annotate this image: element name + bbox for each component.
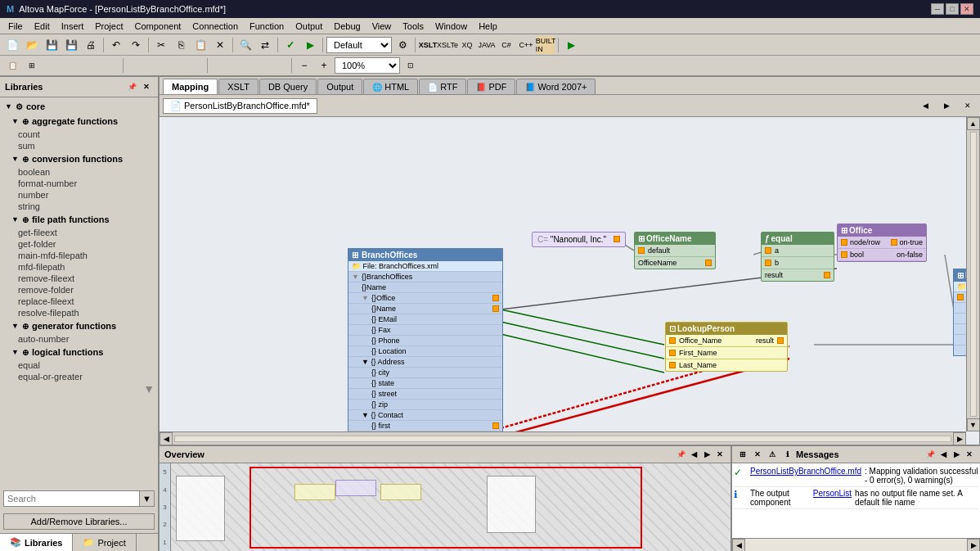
msg-next[interactable]: ▶ xyxy=(951,449,962,460)
expand-core[interactable]: ▼ xyxy=(5,102,12,111)
overview-next[interactable]: ▶ xyxy=(701,449,713,460)
save-all-button[interactable]: 💾 xyxy=(62,36,80,54)
menu-insert[interactable]: Insert xyxy=(56,20,89,33)
bo-row-email[interactable]: {} EMail xyxy=(348,314,502,325)
officename-out-connector[interactable] xyxy=(705,260,712,266)
expand-logical[interactable]: ▼ xyxy=(11,348,19,356)
menu-function[interactable]: Function xyxy=(245,20,289,33)
window-controls[interactable]: ─ □ ✕ xyxy=(931,3,973,15)
search-dropdown-button[interactable]: ▼ xyxy=(140,490,155,507)
msg-filter-err[interactable]: ✕ xyxy=(752,449,763,460)
tree-group-aggregate[interactable]: ▼ ⊕ aggregate functions xyxy=(2,114,156,129)
bo-row-phone[interactable]: {} Phone xyxy=(348,336,502,346)
new-button[interactable]: 📄 xyxy=(3,36,21,54)
language-dropdown[interactable]: Default xyxy=(326,37,392,53)
tree-item-main-mfd-filepath[interactable]: main-mfd-filepath xyxy=(2,250,156,261)
first-connector[interactable] xyxy=(492,422,499,429)
menu-tools[interactable]: Tools xyxy=(398,20,429,33)
lookupperson-node[interactable]: ⊡ LookupPerson Office_Name result First_… xyxy=(665,322,788,372)
xslt2-button[interactable]: XSLTe xyxy=(438,36,456,54)
equal-row-a[interactable]: a xyxy=(762,245,834,257)
overview-close[interactable]: ✕ xyxy=(714,449,726,460)
bo-row-first[interactable]: {} first xyxy=(348,421,502,431)
bo-row-location[interactable]: {} Location xyxy=(348,346,502,357)
paste-button[interactable]: 📋 xyxy=(191,36,209,54)
overview-content[interactable]: 5 4 3 2 1 xyxy=(160,463,731,551)
tb2-btn2[interactable]: ⊞ xyxy=(23,56,41,75)
menu-output[interactable]: Output xyxy=(290,20,327,33)
lookup-row-officename[interactable]: Office_Name result xyxy=(666,335,787,347)
zoom-in-button[interactable]: + xyxy=(315,56,333,75)
canvas-vscroll[interactable]: ▲ ▼ xyxy=(966,117,979,431)
ifelse-bool-conn[interactable] xyxy=(841,251,847,258)
close-button[interactable]: ✕ xyxy=(960,3,973,15)
mapping-canvas[interactable]: ⊞ BranchOffices 📁 File: BranchOffices.xm… xyxy=(160,117,980,445)
tree-item-replace-fileext[interactable]: replace-fileext xyxy=(2,296,156,307)
equal-node[interactable]: ƒ equal a b result xyxy=(761,232,834,282)
equal-b-connector[interactable] xyxy=(765,260,771,266)
bo-row-branchoffices[interactable]: ▼ {} BranchOffices xyxy=(348,272,502,282)
vscroll-track[interactable] xyxy=(970,132,977,417)
tree-item-number[interactable]: number xyxy=(2,189,156,201)
tree-item-boolean[interactable]: boolean xyxy=(2,166,156,178)
run-button[interactable]: ▶ xyxy=(301,36,319,54)
bo-row-name1[interactable]: {} Name xyxy=(348,282,502,293)
lookup-row-lastname[interactable]: Last_Name xyxy=(666,359,787,371)
tb2-btn13[interactable] xyxy=(250,56,268,75)
tree-item-sum[interactable]: sum xyxy=(2,140,156,151)
bo-row-name2[interactable]: {} Name xyxy=(348,304,502,314)
officename-row-default[interactable]: default xyxy=(635,245,715,257)
name-connector[interactable] xyxy=(492,305,499,312)
sidebar-close-button[interactable]: ✕ xyxy=(140,80,153,93)
xslt1-button[interactable]: XSLT xyxy=(419,36,437,54)
msg-hscroll-track[interactable] xyxy=(745,539,967,551)
maximize-button[interactable]: □ xyxy=(946,3,959,15)
expand-generator[interactable]: ▼ xyxy=(11,322,19,330)
vscroll-down[interactable]: ▼ xyxy=(967,418,980,431)
bo-row-state[interactable]: {} state xyxy=(348,378,502,389)
menu-view[interactable]: View xyxy=(367,20,397,33)
cpp-button[interactable]: C++ xyxy=(517,36,535,54)
tree-group-conversion[interactable]: ▼ ⊕ conversion functions xyxy=(2,151,156,166)
menu-file[interactable]: File xyxy=(3,20,28,33)
sidebar-pin-button[interactable]: 📌 xyxy=(125,80,138,93)
tb2-btn6[interactable] xyxy=(101,56,119,75)
menu-debug[interactable]: Debug xyxy=(329,20,365,33)
bo-row-contact[interactable]: ▼ {} Contact xyxy=(348,410,502,421)
tree-item-count[interactable]: count xyxy=(2,129,156,140)
replace-button[interactable]: ⇄ xyxy=(256,36,274,54)
settings-button[interactable]: ⚙ xyxy=(393,36,411,54)
open-button[interactable]: 📂 xyxy=(23,36,41,54)
tab-close-button[interactable]: ✕ xyxy=(959,97,977,115)
tb2-btn4[interactable] xyxy=(62,56,80,75)
tree-item-format-number[interactable]: format-number xyxy=(2,178,156,189)
lookup-firstname-conn[interactable] xyxy=(669,350,676,356)
office-ifelse-node[interactable]: ⊞ Office node/row on-true bool on-false xyxy=(837,224,927,262)
expand-filepath[interactable]: ▼ xyxy=(11,215,19,224)
canvas-hscroll[interactable]: ◀ ▶ xyxy=(160,431,966,445)
tb2-btn11[interactable] xyxy=(211,56,229,75)
tree-group-logical[interactable]: ▼ ⊕ logical functions xyxy=(2,345,156,359)
tree-group-core[interactable]: ▼ ⚙ core xyxy=(2,99,156,114)
overview-viewport[interactable] xyxy=(249,467,642,549)
fit-button[interactable]: ⊡ xyxy=(402,56,420,75)
tree-item-equal[interactable]: equal xyxy=(2,359,156,371)
tab-mapping[interactable]: Mapping xyxy=(163,79,218,94)
bo-row-street[interactable]: {} street xyxy=(348,389,502,400)
hscroll-left[interactable]: ◀ xyxy=(160,432,173,445)
tree-item-auto-number[interactable]: auto-number xyxy=(2,333,156,345)
equal-row-result[interactable]: result xyxy=(762,269,834,281)
msg-filter-info[interactable]: ℹ xyxy=(781,449,793,460)
expand-conversion[interactable]: ▼ xyxy=(11,155,19,163)
tree-item-mfd-filepath[interactable]: mfd-filepath xyxy=(2,261,156,273)
tb2-btn8[interactable] xyxy=(146,56,164,75)
bo-row-address[interactable]: ▼ {} Address xyxy=(348,357,502,368)
msg-filter-warn[interactable]: ⚠ xyxy=(766,449,778,460)
ifelse-noderow-out[interactable] xyxy=(891,239,897,246)
menu-connection[interactable]: Connection xyxy=(187,20,243,33)
delete-button[interactable]: ✕ xyxy=(211,36,229,54)
tree-item-remove-folder[interactable]: remove-folder xyxy=(2,284,156,296)
overview-prev[interactable]: ◀ xyxy=(688,449,699,460)
save-button[interactable]: 💾 xyxy=(43,36,61,54)
msg-pin[interactable]: 📌 xyxy=(924,449,936,460)
